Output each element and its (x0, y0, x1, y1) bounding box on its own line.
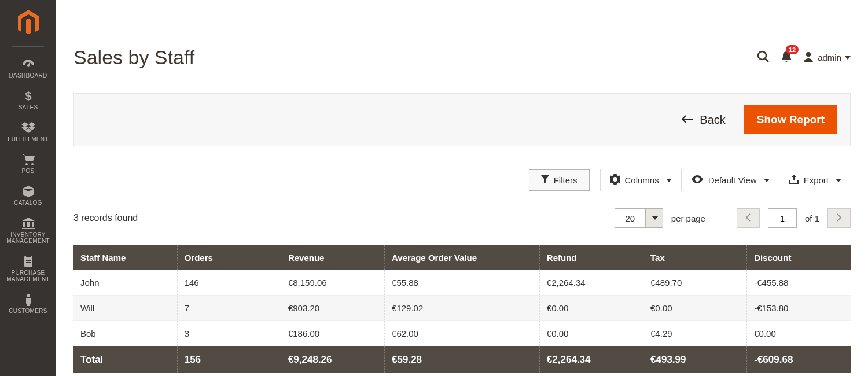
back-label: Back (700, 113, 725, 127)
eye-icon (691, 175, 704, 185)
sidebar-item-fulfillment[interactable]: FULFILLMENT (0, 116, 56, 148)
sidebar-item-label: POS (1, 168, 55, 174)
page-number-input[interactable] (768, 208, 797, 228)
cell-orders: 146 (177, 270, 281, 296)
svg-point-4 (31, 163, 34, 165)
export-label: Export (804, 175, 829, 185)
person-icon (1, 293, 55, 307)
total-tax: €493.99 (643, 346, 747, 374)
table-row[interactable]: Will 7 €903.20 €129.02 €0.00 €0.00 -€153… (73, 296, 851, 321)
cell-revenue: €8,159.06 (281, 270, 384, 296)
cell-refund: €0.00 (539, 321, 643, 346)
table-row[interactable]: John 146 €8,159.06 €55.88 €2,264.34 €489… (73, 270, 851, 296)
main-content: Sales by Staff 12 admin Back (56, 0, 868, 376)
next-page-button[interactable] (827, 208, 851, 228)
clipboard-icon (1, 255, 55, 268)
col-staff-name[interactable]: Staff Name (73, 245, 177, 270)
sidebar-item-dashboard[interactable]: DASHBOARD (0, 53, 56, 84)
cell-avg: €129.02 (385, 296, 540, 321)
magento-logo[interactable] (15, 6, 41, 40)
total-discount: -€609.68 (747, 346, 851, 374)
sidebar-item-label: PURCHASE MANAGEMENT (1, 270, 55, 282)
gauge-icon (1, 57, 55, 71)
arrow-left-icon (681, 113, 694, 127)
svg-line-11 (765, 58, 768, 62)
chevron-down-icon (652, 216, 658, 220)
sidebar-item-purchase[interactable]: PURCHASE MANAGEMENT (0, 250, 56, 288)
cell-name: John (73, 270, 177, 296)
sidebar-item-label: INVENTORY MANAGEMENT (1, 231, 55, 244)
search-button[interactable] (756, 50, 770, 65)
total-orders: 156 (177, 346, 281, 374)
show-report-button[interactable]: Show Report (744, 105, 837, 134)
bank-icon (1, 216, 55, 230)
sidebar-item-inventory[interactable]: INVENTORY MANAGEMENT (0, 212, 56, 250)
cell-discount: -€153.80 (747, 296, 851, 321)
dollar-icon: $ (1, 89, 55, 103)
chevron-down-icon (764, 179, 770, 182)
col-avg[interactable]: Average Order Value (385, 245, 540, 270)
action-bar: Back Show Report (73, 93, 851, 146)
table-row[interactable]: Bob 3 €186.00 €62.00 €0.00 €4.29 €0.00 (73, 321, 851, 346)
svg-rect-6 (26, 255, 31, 257)
user-icon (803, 51, 814, 64)
total-avg: €59.28 (385, 346, 540, 374)
chevron-down-icon (666, 179, 672, 182)
col-discount[interactable]: Discount (747, 245, 851, 270)
col-revenue[interactable]: Revenue (281, 245, 384, 270)
total-label: Total (73, 346, 177, 374)
col-tax[interactable]: Tax (643, 245, 747, 270)
sidebar-item-pos[interactable]: POS (0, 148, 56, 180)
page-title: Sales by Staff (73, 46, 746, 69)
sidebar-item-label: CATALOG (1, 200, 55, 206)
svg-rect-1 (28, 62, 30, 65)
col-refund[interactable]: Refund (539, 245, 643, 270)
svg-rect-8 (26, 262, 31, 263)
cell-tax: €489.70 (643, 270, 747, 296)
notifications-button[interactable]: 12 (781, 50, 792, 65)
svg-text:$: $ (25, 90, 31, 102)
default-view-button[interactable]: Default View (681, 169, 779, 191)
table-total-row: Total 156 €9,248.26 €59.28 €2,264.34 €49… (73, 346, 851, 374)
sidebar-item-catalog[interactable]: CATALOG (0, 180, 56, 212)
per-page-select[interactable]: 20 (615, 208, 663, 228)
sidebar: DASHBOARD $ SALES FULFILLMENT POS CATALO… (0, 0, 56, 376)
per-page-label: per page (671, 213, 705, 223)
notification-count-badge: 12 (786, 45, 799, 54)
cell-tax: €0.00 (643, 296, 747, 321)
table-header-row: Staff Name Orders Revenue Average Order … (73, 245, 851, 270)
export-button[interactable]: Export (779, 169, 851, 191)
col-orders[interactable]: Orders (177, 245, 281, 270)
total-revenue: €9,248.26 (281, 346, 384, 374)
columns-label: Columns (625, 175, 659, 185)
chevron-down-icon (845, 56, 851, 60)
cell-revenue: €903.20 (281, 296, 384, 321)
sidebar-item-customers[interactable]: CUSTOMERS (0, 288, 56, 320)
cell-tax: €4.29 (643, 321, 747, 346)
filters-label: Filters (554, 175, 578, 185)
cell-refund: €2,264.34 (539, 270, 643, 296)
cell-name: Will (73, 296, 177, 321)
back-button[interactable]: Back (681, 113, 725, 127)
per-page-value: 20 (615, 209, 645, 227)
sidebar-item-label: CUSTOMERS (1, 308, 55, 314)
user-menu[interactable]: admin (803, 51, 851, 64)
cell-orders: 3 (177, 321, 281, 346)
report-table: Staff Name Orders Revenue Average Order … (73, 245, 851, 373)
sidebar-item-sales[interactable]: $ SALES (0, 84, 56, 116)
svg-rect-5 (24, 256, 32, 267)
records-found-label: 3 records found (73, 213, 606, 223)
per-page-dropdown-toggle[interactable] (645, 209, 663, 227)
cell-discount: €0.00 (747, 321, 851, 346)
columns-button[interactable]: Columns (600, 169, 681, 191)
svg-point-3 (25, 163, 28, 165)
filters-button[interactable]: Filters (529, 169, 590, 191)
chevron-left-icon (745, 213, 751, 223)
chevron-down-icon (836, 179, 841, 182)
prev-page-button[interactable] (737, 208, 760, 228)
total-refund: €2,264.34 (539, 346, 643, 374)
default-view-label: Default View (708, 175, 757, 185)
page-of-label: of 1 (805, 213, 819, 223)
dropbox-icon (1, 121, 55, 135)
gear-icon (610, 174, 620, 186)
